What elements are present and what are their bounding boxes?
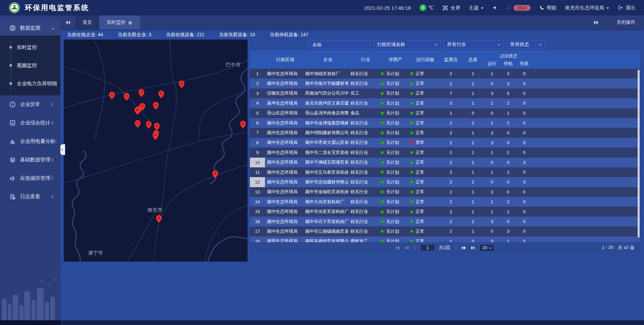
stats-bar: 当前在线企业: 44当前失联企业: 3当前在线设备: 211当前失联设备: 10…: [60, 30, 644, 40]
sidebar-item-enterprise-statistics[interactable]: 企业综合统计: [0, 114, 60, 132]
column-header-region[interactable]: 行政区域: [265, 50, 305, 69]
map-pin[interactable]: [123, 93, 130, 101]
table-row[interactable]: 5 营山生态环境局 营山县润丰肉食品有限 食品 无计划 正常 1 0 0 1 0: [250, 108, 640, 118]
help-button[interactable]: 帮助: [539, 5, 556, 11]
page-number-input[interactable]: [420, 244, 435, 251]
tabs-scroll-left-button[interactable]: [60, 15, 75, 30]
temperature-badge: 0: [420, 4, 426, 11]
column-header-stop-production[interactable]: 停限产: [381, 50, 410, 69]
stopped-cell: 2: [500, 199, 516, 204]
table-row[interactable]: 17 阆中生态环境局 阆中市江南镇阆南页岩 砖瓦行业 无计划 正常 2 1 0 …: [250, 226, 640, 236]
offline-cell: 0: [516, 81, 532, 86]
stopped-cell: 0: [500, 189, 516, 195]
table-row[interactable]: 2 阆中生态环境局 阆中市南方节能建材有 砖瓦行业 无计划 正常 2 1 0 3…: [250, 78, 640, 88]
column-header-offline[interactable]: 失联: [516, 60, 532, 67]
table-row[interactable]: 9 阆中生态环境局 阆中市二龙长宝页岩砖 砖瓦行业 无计划 正常 2 1 1 2…: [250, 148, 640, 157]
facility-status-cell: 正常: [410, 189, 440, 195]
logout-button[interactable]: 退出: [618, 5, 635, 11]
notification-area[interactable]: 2632: [506, 5, 531, 11]
mute-speaker-button[interactable]: [492, 5, 498, 10]
fullscreen-icon: [442, 5, 448, 11]
row-number-cell: 14: [250, 197, 265, 207]
sidebar-item-data-monitoring[interactable]: 数据监测: [0, 20, 60, 36]
sidebar-collapse-button[interactable]: [60, 144, 65, 155]
stopped-cell: 1: [500, 111, 516, 116]
page-size-select[interactable]: 20: [479, 244, 494, 252]
column-header-total-meter[interactable]: 总表: [462, 50, 484, 69]
next-page-button[interactable]: [462, 246, 467, 250]
map-pin[interactable]: [152, 132, 159, 140]
stop-production-cell: 无计划: [381, 100, 410, 106]
table-row[interactable]: 15 阆中生态环境局 阆中市光富页岩机砖厂 砖瓦行业 无计划 正常 2 1 1 …: [250, 207, 640, 216]
table-row[interactable]: 7 阆中生态环境局 阆中明阳建材有限公司 砖瓦行业 无计划 正常 2 1 3 0…: [250, 128, 640, 138]
map-panel[interactable]: 巴中市南充市遂宁市: [64, 40, 248, 262]
table-row[interactable]: 16 阆中生态环境局 阆中市石子页岩机砖厂 砖瓦行业 无计划 正常 2 1 3 …: [250, 217, 640, 226]
table-row[interactable]: 1 阆中生态环境局 阆中强锐页岩砖厂 砖瓦行业 无计划 正常 2 1 1 2 0: [250, 69, 640, 78]
table-row[interactable]: 12 阆中生态环境局 阆中市忠信建材有限公 砖瓦行业 无计划 正常 2 1 0 …: [250, 177, 640, 187]
sidebar-item-power-analysis[interactable]: 企业用电量分析: [0, 132, 60, 151]
map-pin[interactable]: [146, 121, 152, 129]
table-row[interactable]: 3 仪陇生态环境局 西南油气田分公司川中 化工 无计划 正常 7 1 3 5 0: [250, 89, 640, 98]
map-pin[interactable]: [158, 90, 164, 99]
running-cell: 1: [484, 71, 500, 76]
industry-cell: 砖瓦行业: [351, 179, 381, 185]
first-page-button[interactable]: [395, 246, 400, 250]
table-row[interactable]: 8 阆中生态环境局 阆中市枣碧大梁山页岩 砖瓦行业 无计划 异常 2 1 3 0…: [250, 138, 640, 148]
caret-down-icon: [606, 7, 609, 9]
map-pin[interactable]: [240, 120, 246, 129]
name-search-input[interactable]: [309, 40, 371, 49]
tabs-scroll-right-button[interactable]: [589, 20, 604, 25]
map-pin[interactable]: [138, 89, 145, 97]
sidebar-item-emergency-reduction[interactable]: 应急减排管理: [0, 169, 60, 187]
enterprise-cell: 阆中强锐页岩砖厂: [305, 71, 351, 77]
region-cell: 阆中生态环境局: [265, 71, 305, 77]
map-pin[interactable]: [153, 102, 159, 110]
last-page-button[interactable]: [471, 246, 475, 250]
map-pin[interactable]: [212, 170, 218, 178]
table-row[interactable]: 10 阆中生态环境局 阆中千佛镇五郎垭页岩 砖瓦行业 无计划 正常 2 1 0 …: [250, 158, 640, 167]
region-select[interactable]: 行政区域名称: [373, 40, 441, 49]
table-row[interactable]: 11 阆中生态环境局 阆中市五马桥页岩机砖 砖瓦行业 无计划 正常 2 1 1 …: [250, 167, 640, 177]
tab-realtime-monitoring[interactable]: 实时监控 ⊗: [99, 15, 140, 30]
table-row[interactable]: 18 南部生态环境局 南部县砌华页岩有限公 建材加工 无计划 正常 1 0 0 …: [250, 236, 640, 242]
sidebar-item-realtime-monitoring[interactable]: 实时监控: [0, 38, 60, 56]
stop-production-cell: 无计划: [381, 189, 410, 195]
column-header-industry[interactable]: 行业: [351, 50, 381, 69]
sidebar-item-video-monitoring[interactable]: 视频监控: [0, 56, 60, 74]
map-pin[interactable]: [156, 215, 162, 223]
sidebar-item-basic-data[interactable]: 基础数据管理: [0, 151, 60, 169]
column-header-running[interactable]: 运行: [484, 60, 500, 67]
sidebar-item-log-view[interactable]: 日志查看: [0, 187, 60, 206]
industry-select[interactable]: 所有行业: [443, 40, 504, 49]
column-header-stopped[interactable]: 停机: [500, 60, 516, 67]
row-number-cell: 16: [250, 217, 265, 226]
column-header-facility[interactable]: 治污设施: [410, 50, 440, 69]
stopped-cell: 2: [500, 209, 516, 214]
close-tab-icon[interactable]: ⊗: [128, 20, 132, 25]
table-row[interactable]: 4 高坪生态环境局 南充市高坪区王家店建 砖瓦行业 无计划 正常 3 1 2 2…: [250, 98, 640, 108]
column-header-monitor-points[interactable]: 监测点: [440, 50, 462, 69]
map-pin[interactable]: [135, 120, 141, 128]
organization-menu[interactable]: 南充市生态环境局: [565, 5, 609, 11]
stopped-cell: 2: [500, 170, 516, 175]
column-header-enterprise[interactable]: 企业: [305, 50, 351, 69]
tab-home[interactable]: 首页: [75, 15, 99, 30]
map-pin[interactable]: [178, 80, 185, 89]
status-dot-icon: [410, 92, 413, 95]
table-scrollbar[interactable]: [638, 70, 640, 237]
running-cell: 0: [484, 111, 500, 116]
map-pin[interactable]: [109, 91, 115, 100]
industry-cell: 砖瓦行业: [351, 189, 381, 195]
status-select[interactable]: 所有状态: [506, 40, 545, 49]
theme-menu[interactable]: 主题: [469, 5, 484, 11]
map-pin[interactable]: [134, 107, 141, 115]
table-row[interactable]: 6 阆中生态环境局 阆中市金博瑞新型墙材 砖瓦行业 无计划 正常 2 1 1 2…: [250, 118, 640, 128]
table-row[interactable]: 14 阆中生态环境局 阆中大兴页岩机砖厂 砖瓦行业 无计划 正常 2 1 1 2…: [250, 197, 640, 207]
sidebar-item-power-load-detail[interactable]: 企业电力负荷明细: [0, 74, 60, 93]
sidebar-item-enterprise-abnormal[interactable]: 企业异常: [0, 95, 60, 114]
close-operations-button[interactable]: 关闭操作: [616, 19, 635, 25]
offline-cell: 0: [516, 170, 532, 175]
fullscreen-button[interactable]: 全屏: [442, 5, 460, 11]
table-row[interactable]: 13 阆中生态环境局 阆中市金福旺页岩机砖 砖瓦行业 无计划 正常 2 1 3 …: [250, 187, 640, 197]
prev-page-button[interactable]: [404, 246, 409, 250]
